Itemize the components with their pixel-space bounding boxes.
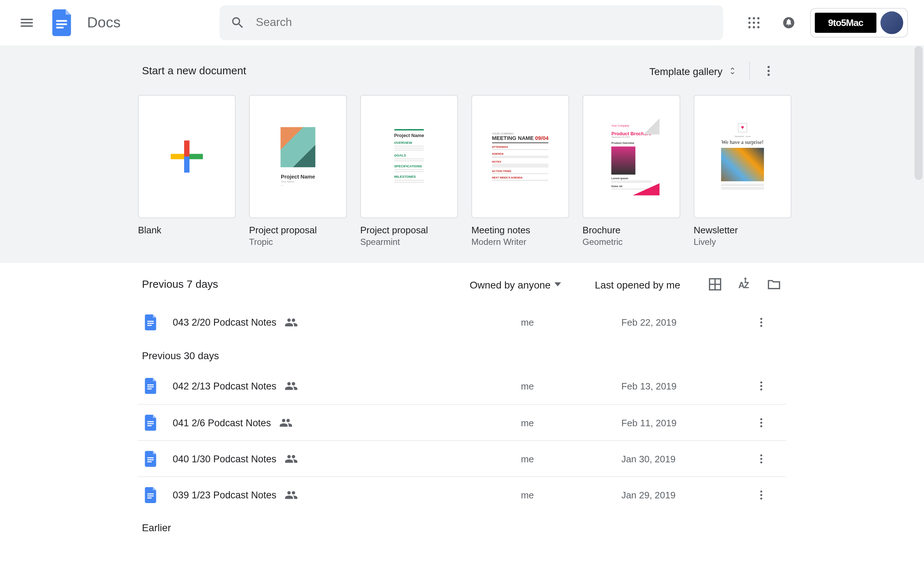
svg-rect-35 [147, 425, 152, 426]
template-project-proposal-spearmint[interactable]: Project NameOVERVIEWGOALSSPECIFICATIONSM… [360, 95, 458, 247]
svg-rect-23 [147, 325, 152, 326]
doc-title: 042 2/13 Podcast Notes [173, 380, 276, 391]
doc-title: 043 2/20 Podcast Notes [173, 317, 276, 328]
bell-icon [782, 16, 795, 29]
divider [749, 62, 750, 81]
template-newsletter[interactable]: ♥Newsletter · IssueWe have a surprise! N… [694, 95, 792, 247]
doc-owner: me [521, 317, 621, 328]
svg-point-38 [760, 425, 762, 427]
svg-point-4 [753, 17, 755, 19]
template-name: Meeting notes [472, 225, 569, 235]
template-gallery-label: Template gallery [649, 65, 723, 77]
more-vert-icon [762, 64, 775, 77]
svg-point-32 [760, 388, 762, 390]
svg-point-3 [748, 17, 750, 19]
document-row[interactable]: 041 2/6 Podcast NotesmeFeb 11, 2019 [138, 404, 786, 440]
templates-row: Blank Project NameYour Name— Project pro… [138, 95, 786, 247]
docs-logo-icon[interactable] [51, 11, 75, 35]
doc-owner: me [521, 453, 621, 464]
apps-button[interactable] [741, 10, 767, 36]
doc-date: Feb 13, 2019 [621, 380, 755, 391]
scrollbar[interactable] [914, 46, 922, 180]
doc-icon [145, 450, 161, 467]
svg-point-37 [760, 422, 762, 424]
svg-text:Z: Z [744, 280, 749, 290]
template-sub: Modern Writer [472, 237, 569, 247]
doc-icon [145, 314, 161, 331]
search-bar[interactable] [220, 5, 723, 40]
sort-az-button[interactable]: AZ [737, 276, 753, 292]
doc-more-button[interactable] [755, 453, 782, 464]
svg-rect-40 [147, 459, 154, 460]
svg-point-49 [760, 494, 762, 496]
app-title: Docs [87, 14, 121, 31]
shared-icon [284, 488, 298, 501]
svg-rect-22 [147, 323, 154, 324]
svg-rect-47 [147, 497, 152, 498]
template-brochure[interactable]: Your CompanyProduct BrochureSeptember XX… [583, 95, 680, 247]
document-row[interactable]: 042 2/13 Podcast NotesmeFeb 13, 2019 [138, 368, 786, 404]
template-name: Newsletter [694, 225, 792, 235]
document-row[interactable]: 040 1/30 Podcast NotesmeJan 30, 2019 [138, 440, 786, 476]
shared-icon [279, 416, 292, 429]
svg-rect-0 [56, 20, 67, 22]
svg-rect-34 [147, 423, 154, 424]
group-header: Earlier [138, 513, 786, 540]
notifications-button[interactable] [775, 10, 802, 36]
svg-point-42 [760, 454, 762, 456]
owner-filter-label: Owned by anyone [470, 279, 551, 290]
doc-owner: me [521, 489, 621, 500]
svg-rect-21 [147, 321, 154, 322]
document-row[interactable]: 043 2/20 Podcast NotesmeFeb 22, 2019 [138, 305, 786, 340]
search-input[interactable] [256, 16, 712, 29]
document-row[interactable]: 039 1/23 Podcast NotesmeJan 29, 2019 [138, 476, 786, 513]
group-header: Previous 7 days [142, 279, 218, 290]
svg-rect-2 [56, 27, 63, 29]
svg-point-44 [760, 461, 762, 463]
doc-date: Feb 22, 2019 [621, 317, 755, 328]
app-header: Docs [0, 0, 924, 45]
template-more-button[interactable] [755, 58, 782, 84]
svg-point-15 [767, 74, 769, 76]
template-sub: Lively [694, 237, 792, 247]
template-gallery-button[interactable]: Template gallery [643, 61, 744, 81]
main-menu-button[interactable] [11, 7, 43, 39]
svg-point-50 [760, 497, 762, 500]
account-switcher[interactable] [810, 8, 908, 37]
doc-icon [145, 487, 161, 503]
doc-more-button[interactable] [755, 488, 782, 501]
doc-title: 039 1/23 Podcast Notes [173, 489, 276, 500]
template-meeting-notes[interactable]: YOUR COMPANYMEETING NAME 09/04ATTENDEESA… [472, 95, 569, 247]
open-file-picker-button[interactable] [766, 276, 782, 292]
doc-title: 041 2/6 Podcast Notes [173, 417, 271, 428]
doc-more-button[interactable] [755, 380, 782, 392]
svg-point-43 [760, 458, 762, 460]
user-avatar[interactable] [880, 11, 903, 34]
template-sub: Spearmint [360, 237, 458, 247]
doc-more-button[interactable] [755, 416, 782, 429]
doc-more-button[interactable] [755, 316, 782, 328]
svg-point-30 [760, 382, 762, 384]
svg-rect-29 [147, 388, 152, 390]
owner-filter-dropdown[interactable]: Owned by anyone [470, 279, 561, 290]
header-actions [741, 8, 914, 37]
apps-grid-icon [747, 16, 761, 29]
template-name: Project proposal [360, 225, 458, 235]
svg-rect-39 [147, 457, 154, 458]
svg-point-10 [753, 26, 755, 28]
grid-view-button[interactable] [707, 276, 723, 292]
template-project-proposal-tropic[interactable]: Project NameYour Name— Project proposal … [249, 95, 347, 247]
template-blank[interactable]: Blank [138, 95, 236, 247]
shared-icon [284, 379, 298, 393]
sort-label: Last opened by me [595, 279, 680, 290]
documents-list-section: Previous 7 days Owned by anyone Last ope… [0, 263, 924, 540]
svg-rect-41 [147, 461, 152, 462]
svg-point-26 [760, 325, 762, 327]
brand-logo [815, 13, 877, 33]
svg-point-11 [757, 26, 759, 28]
template-section: Start a new document Template gallery [0, 45, 924, 263]
folder-icon [767, 277, 782, 292]
template-section-title: Start a new document [142, 65, 246, 77]
svg-point-25 [760, 321, 762, 324]
template-name: Brochure [583, 225, 680, 235]
